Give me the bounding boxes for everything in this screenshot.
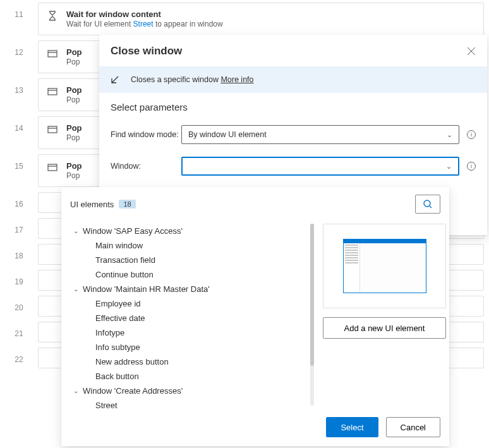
- action-card-wait[interactable]: Wait for window content Wait for UI elem…: [38, 3, 484, 35]
- chevron-down-icon: ⌄: [446, 162, 452, 171]
- tree-label: Window 'Maintain HR Master Data': [83, 284, 210, 294]
- ui-element-link[interactable]: Street: [133, 20, 154, 28]
- tree-group[interactable]: ⌄Window 'Maintain HR Master Data': [71, 282, 314, 296]
- chevron-down-icon: ⌄: [71, 227, 80, 234]
- tree-label: Back button: [95, 372, 139, 381]
- add-ui-element-button[interactable]: Add a new UI element: [323, 317, 446, 339]
- close-icon[interactable]: [467, 47, 476, 56]
- tree-item[interactable]: Effective date: [71, 311, 314, 325]
- step-number: 18: [0, 241, 38, 260]
- tree-item[interactable]: New address button: [71, 354, 314, 369]
- tree-item[interactable]: Infotype: [71, 325, 314, 340]
- search-button[interactable]: [415, 195, 440, 214]
- svg-line-12: [430, 206, 432, 208]
- window-icon: [47, 49, 57, 59]
- find-mode-select[interactable]: By window UI element ⌄: [181, 125, 459, 144]
- arrow-down-left-icon: [111, 75, 119, 84]
- step-number: 14: [0, 114, 38, 133]
- window-label: Window:: [111, 162, 181, 171]
- scrollbar[interactable]: [310, 224, 314, 406]
- dialog-title: Close window: [111, 45, 182, 58]
- svg-point-11: [424, 200, 430, 207]
- tree-label: Street: [95, 401, 118, 409]
- tree-label: Infotype: [95, 328, 124, 337]
- tree-group[interactable]: ⌄Window 'Create Addresses': [71, 384, 314, 398]
- step-number: 20: [0, 293, 38, 312]
- window-select[interactable]: ⌄: [181, 157, 459, 176]
- banner-text: Closes a specific window More info: [131, 75, 254, 84]
- step-number: 13: [0, 76, 38, 95]
- tree-item[interactable]: Employee id: [71, 296, 314, 311]
- window-icon: [47, 87, 57, 97]
- hourglass-icon: [47, 11, 57, 21]
- ui-elements-dropdown: UI elements 18 ⌄Window 'SAP Easy Access'…: [61, 187, 449, 446]
- tree-item[interactable]: Info subtype: [71, 340, 314, 354]
- tree-item[interactable]: Street: [71, 398, 314, 409]
- info-icon[interactable]: i: [467, 162, 476, 171]
- tree-item[interactable]: Main window: [71, 238, 314, 253]
- step-number: 12: [0, 38, 38, 57]
- preview-thumbnail: [343, 239, 426, 293]
- step-number: 16: [0, 190, 38, 209]
- window-icon: [47, 162, 57, 173]
- ui-elements-label: UI elements: [70, 200, 114, 209]
- tree-label: Info subtype: [95, 342, 140, 352]
- tree-item[interactable]: Back button: [71, 369, 314, 384]
- chevron-down-icon: ⌄: [71, 387, 80, 394]
- ui-element-tree: ⌄Window 'SAP Easy Access'Main windowTran…: [61, 220, 314, 409]
- svg-rect-6: [48, 164, 57, 171]
- step-number: 15: [0, 152, 38, 171]
- tree-label: Window 'SAP Easy Access': [83, 226, 183, 236]
- chevron-down-icon: ⌄: [447, 131, 452, 139]
- preview-box: [323, 224, 446, 308]
- step-number: 22: [0, 345, 38, 364]
- svg-rect-4: [48, 126, 57, 133]
- step-number: 21: [0, 319, 38, 338]
- tree-group[interactable]: ⌄Window 'SAP Easy Access': [71, 224, 314, 238]
- action-subtitle: Wait for UI element Street to appear in …: [66, 20, 474, 28]
- step-number: 17: [0, 215, 38, 234]
- tree-label: Main window: [95, 241, 143, 250]
- tree-label: Continue button: [95, 270, 154, 279]
- svg-line-10: [112, 76, 118, 83]
- tree-label: Employee id: [95, 299, 141, 308]
- scroll-thumb[interactable]: [310, 224, 314, 366]
- info-banner: Closes a specific window More info: [99, 66, 487, 93]
- tree-label: New address button: [95, 357, 169, 366]
- ui-elements-count: 18: [119, 200, 135, 209]
- more-info-link[interactable]: More info: [220, 75, 253, 84]
- tree-label: Window 'Create Addresses': [83, 386, 183, 396]
- find-mode-label: Find window mode:: [111, 130, 181, 139]
- tree-item[interactable]: Continue button: [71, 267, 314, 282]
- tree-item[interactable]: Transaction field: [71, 253, 314, 267]
- section-title: Select parameters: [111, 102, 476, 112]
- cancel-button[interactable]: Cancel: [386, 417, 440, 437]
- svg-rect-2: [48, 88, 57, 95]
- tree-label: Effective date: [95, 313, 145, 323]
- step-number: 11: [0, 0, 38, 19]
- svg-rect-0: [48, 51, 57, 57]
- step-number: 19: [0, 267, 38, 286]
- info-icon[interactable]: i: [467, 130, 476, 139]
- search-icon: [423, 199, 433, 209]
- tree-label: Transaction field: [95, 255, 155, 265]
- select-button[interactable]: Select: [326, 417, 378, 437]
- chevron-down-icon: ⌄: [71, 286, 80, 293]
- action-title: Wait for window content: [66, 9, 474, 19]
- window-icon: [47, 124, 57, 135]
